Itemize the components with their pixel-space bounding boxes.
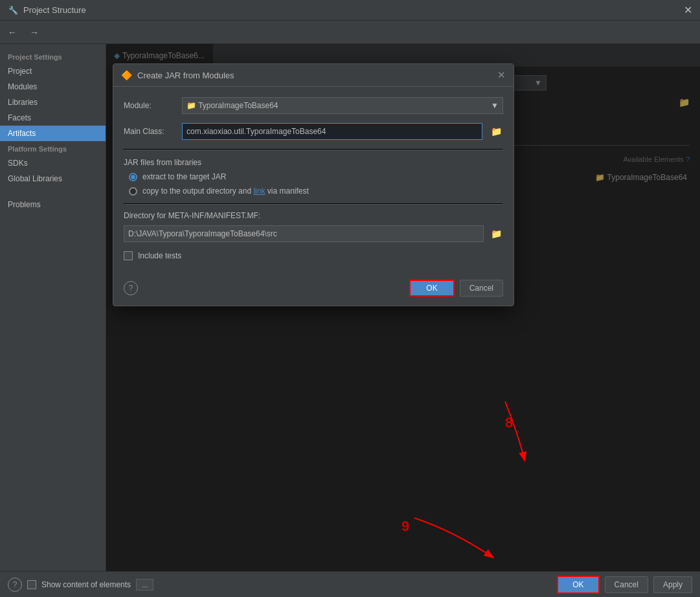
modal-title: Create JAR from Modules	[137, 71, 492, 80]
modal-body: Module: 📁 TyporaImageToBase64 ▼ Main Cla…	[113, 87, 514, 280]
window-title: Project Structure	[23, 5, 684, 15]
show-content-label: Show content of elements	[41, 580, 131, 589]
manifest-dir-browse-btn[interactable]: 📁	[489, 227, 503, 241]
radio-copy-label: copy to the output directory and link vi…	[142, 186, 309, 196]
main-class-input[interactable]: com.xiaoxiao.util.TyporaImageToBase64	[182, 123, 482, 140]
main-class-browse-btn[interactable]: 📁	[489, 124, 503, 139]
bottom-bar: ? Show content of elements ... OK Cancel…	[0, 571, 700, 597]
module-label: Module:	[124, 101, 175, 110]
modal-footer: ? OK Cancel	[113, 280, 514, 306]
modal-overlay: 🔶 Create JAR from Modules ✕ Module: 📁 Ty…	[106, 44, 700, 571]
radio-row-1: extract to the target JAR	[124, 172, 503, 181]
manifest-dir-input[interactable]	[124, 225, 484, 242]
platform-settings-label: Platform Settings	[0, 141, 106, 155]
dots-button[interactable]: ...	[136, 579, 153, 591]
sidebar-item-sdks[interactable]: SDKs	[0, 155, 106, 171]
sidebar-item-global-libraries[interactable]: Global Libraries	[0, 171, 106, 186]
module-select[interactable]: 📁 TyporaImageToBase64 ▼	[182, 97, 503, 114]
jar-files-section-label: JAR files from libraries	[124, 158, 503, 167]
sidebar-item-facets[interactable]: Facets	[0, 110, 106, 126]
module-row: Module: 📁 TyporaImageToBase64 ▼	[124, 97, 503, 114]
bottom-apply-button[interactable]: Apply	[653, 576, 692, 593]
manifest-dir-row: 📁	[124, 225, 503, 242]
app-icon: 🔧	[8, 5, 18, 16]
link-text[interactable]: link	[253, 186, 265, 196]
radio-extract-label: extract to the target JAR	[142, 172, 226, 181]
nav-bar: ← →	[0, 21, 700, 44]
radio-extract[interactable]	[129, 173, 137, 181]
module-value: 📁 TyporaImageToBase64	[186, 101, 278, 110]
back-button[interactable]: ←	[5, 26, 19, 39]
sidebar-item-libraries[interactable]: Libraries	[0, 95, 106, 110]
manifest-dir-label: Directory for META-INF/MANIFEST.MF:	[124, 211, 260, 220]
sidebar-item-project[interactable]: Project	[0, 63, 106, 79]
main-layout: Project Settings Project Modules Librari…	[0, 44, 700, 571]
create-jar-modal: 🔶 Create JAR from Modules ✕ Module: 📁 Ty…	[113, 63, 514, 306]
bottom-help-button[interactable]: ?	[8, 578, 22, 592]
sidebar-item-problems[interactable]: Problems	[0, 197, 106, 212]
close-button[interactable]: ✕	[684, 4, 692, 16]
module-icon: 📁	[186, 101, 196, 110]
radio-copy[interactable]	[129, 187, 137, 196]
bottom-ok-button[interactable]: OK	[557, 576, 599, 594]
bottom-cancel-button[interactable]: Cancel	[605, 576, 648, 593]
sidebar-item-modules[interactable]: Modules	[0, 79, 106, 95]
main-class-row: Main Class: com.xiaoxiao.util.TyporaImag…	[124, 123, 503, 140]
modal-help-button[interactable]: ?	[124, 281, 138, 295]
show-content-checkbox[interactable]	[27, 580, 36, 589]
manifest-dir-label-row: Directory for META-INF/MANIFEST.MF:	[124, 211, 503, 220]
include-tests-label: Include tests	[138, 251, 181, 260]
modal-ok-button[interactable]: OK	[409, 280, 454, 297]
include-tests-row: Include tests	[124, 251, 503, 260]
main-class-value: com.xiaoxiao.util.TyporaImageToBase64	[186, 127, 326, 136]
sidebar-item-artifacts[interactable]: Artifacts	[0, 126, 106, 141]
content-area: ◆ TyporaImageToBase6... Name: Type: ◆ JA…	[106, 44, 700, 571]
modal-title-bar: 🔶 Create JAR from Modules ✕	[113, 64, 514, 87]
sidebar: Project Settings Project Modules Librari…	[0, 44, 106, 571]
modal-icon: 🔶	[121, 70, 132, 80]
modal-actions: OK Cancel	[409, 280, 503, 297]
title-bar: 🔧 Project Structure ✕	[0, 0, 700, 21]
main-class-label: Main Class:	[124, 127, 175, 136]
project-settings-label: Project Settings	[0, 49, 106, 63]
modal-cancel-button[interactable]: Cancel	[460, 280, 503, 297]
include-tests-checkbox[interactable]	[124, 251, 133, 260]
module-chevron: ▼	[491, 101, 499, 110]
radio-row-2: copy to the output directory and link vi…	[124, 186, 503, 196]
forward-button[interactable]: →	[27, 26, 41, 39]
modal-close-button[interactable]: ✕	[497, 69, 506, 81]
